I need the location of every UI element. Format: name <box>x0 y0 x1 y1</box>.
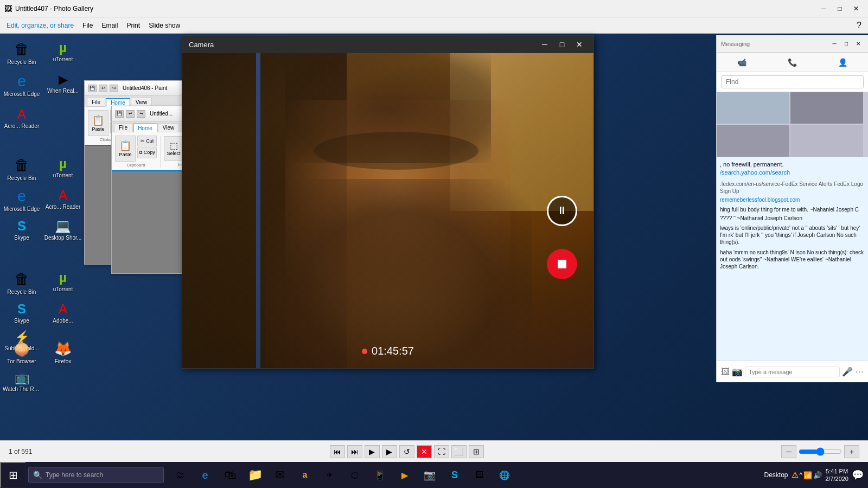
edit-organize-share[interactable]: Edit, organize, or share <box>7 22 74 29</box>
desktop-icon-utorrent-3[interactable]: µ uTorrent <box>43 268 82 297</box>
desktop-icon-adobe-2[interactable]: A Acro... Reader <box>43 185 82 214</box>
print-menu[interactable]: Print <box>126 22 140 29</box>
file-menu[interactable]: File <box>82 22 93 29</box>
desktop-icon-edge-2[interactable]: e Microsoft Edge <box>2 185 41 214</box>
desktop-icon-edge-1[interactable]: e Microsoft Edge <box>2 70 41 99</box>
photo-gallery-titlebar: 🖼 Untitled407 - Photo Gallery ─ □ ✕ <box>0 0 868 17</box>
desktop-icon-recycle-bin-3[interactable]: 🗑 Recycle Bin <box>2 268 41 297</box>
start-button[interactable]: ⊞ <box>0 462 26 488</box>
chat-maximize-btn[interactable]: □ <box>841 40 852 48</box>
chat-video-btn[interactable]: 📹 <box>733 55 751 70</box>
clipboard-label-inner: Clipboard <box>126 163 145 168</box>
desktop-shortcut-label: Desktop Shor... <box>44 235 81 241</box>
taskbar-app1[interactable]: ⬡ <box>343 463 367 487</box>
desktop-icon-utorrent-1[interactable]: µ uTorrent <box>43 38 82 67</box>
desktop-icon-adobe-3[interactable]: A Adobe... <box>43 299 82 326</box>
paint-redo-icon-inner[interactable]: ↪ <box>137 110 145 118</box>
paint-save-icon[interactable]: 💾 <box>88 85 97 92</box>
adobe-label-1: Acro... Reader <box>4 123 39 129</box>
window-btn[interactable]: ⬜ <box>451 445 467 458</box>
taskbar-clock[interactable]: 5:41 PM 2/7/2020 <box>825 467 848 483</box>
taskbar-skype[interactable]: S <box>443 463 467 487</box>
taskbar-app2[interactable]: 📱 <box>368 463 392 487</box>
desktop-icon-watch-red-pill[interactable]: 📺 Watch The Red Pill co... <box>2 369 41 394</box>
chat-close-btn[interactable]: ✕ <box>853 40 864 48</box>
desktop-icons-area: 🗑 Recycle Bin µ uTorrent e Microsoft Edg… <box>0 34 87 462</box>
chat-find-input[interactable] <box>721 75 864 88</box>
desktop-icon-recycle-bin-1[interactable]: 🗑 Recycle Bin <box>2 38 41 67</box>
camera-close-btn[interactable]: ✕ <box>572 38 587 50</box>
zoom-out-btn[interactable]: ─ <box>781 445 796 458</box>
maximize-button[interactable]: □ <box>832 3 847 15</box>
paint-save-icon-inner[interactable]: 💾 <box>115 110 124 118</box>
taskbar-search-input[interactable] <box>46 471 159 479</box>
taskbar-explorer[interactable]: 📁 <box>243 463 267 487</box>
camera-pause-button[interactable]: ⏸ <box>547 196 577 226</box>
taskbar-browser2[interactable]: 🌐 <box>493 463 516 487</box>
chat-minimize-btn[interactable]: ─ <box>829 40 840 48</box>
taskbar-search-box[interactable]: 🔍 <box>28 467 164 483</box>
paint-file-tab-inner[interactable]: File <box>114 123 132 132</box>
camera-maximize-btn[interactable]: □ <box>554 38 570 50</box>
taskbar-store[interactable]: 🛍 <box>218 463 242 487</box>
camera-stop-button[interactable] <box>547 249 577 279</box>
paste-btn-inner[interactable]: 📋 Paste <box>115 136 136 162</box>
help-button[interactable]: ? <box>857 21 861 30</box>
chat-image-icon[interactable]: 📷 <box>732 367 743 377</box>
taskbar-photos[interactable]: 🖼 <box>468 463 492 487</box>
chat-people-btn[interactable]: 👤 <box>834 55 852 70</box>
taskbar-amazon[interactable]: a <box>293 463 317 487</box>
next-photo-btn[interactable]: ▶ <box>382 445 397 458</box>
adobe-label-3: Adobe... <box>53 318 73 324</box>
desktop-icon-skype[interactable]: S Skype <box>2 216 41 243</box>
cut-btn-inner[interactable]: ✂ Cut <box>137 136 157 146</box>
paint-undo-icon-inner[interactable]: ↩ <box>126 110 135 118</box>
chat-more-icon[interactable]: ⋯ <box>855 367 864 377</box>
taskbar-vlc[interactable]: ▶ <box>393 463 417 487</box>
slide-show-btn[interactable]: ▶ <box>365 445 380 458</box>
desktop-icon-utorrent-2[interactable]: µ uTorrent <box>43 154 82 183</box>
taskbar-notification-icon[interactable]: 💬 <box>852 469 864 481</box>
show-panel-btn[interactable]: ⊞ <box>469 445 484 458</box>
desktop-icon-recycle-bin-2[interactable]: 🗑 Recycle Bin <box>2 154 41 183</box>
desktop-icon-tor[interactable]: 🧅 Tor Browser <box>2 338 41 367</box>
taskbar-wifi-icon[interactable]: 📶 <box>803 471 812 479</box>
chat-attach-icon[interactable]: 🖼 <box>721 367 730 377</box>
zoom-slider[interactable] <box>799 447 842 456</box>
taskbar-edge[interactable]: e <box>193 463 217 487</box>
fullscreen-btn[interactable]: ⛶ <box>434 445 449 458</box>
desktop-icon-when-real[interactable]: ▶ When Real... <box>43 70 82 99</box>
chat-message-7: haha 'mmm no such thing9s' N lson No suc… <box>720 249 865 270</box>
taskbar-task-view[interactable]: 🗂 <box>168 463 192 487</box>
desktop-icon-firefox[interactable]: 🦊 Firefox <box>43 338 82 367</box>
paint-file-tab[interactable]: File <box>87 98 105 107</box>
chat-call-btn[interactable]: 📞 <box>784 55 801 70</box>
taskbar-camera[interactable]: 📷 <box>418 463 442 487</box>
taskbar-mail[interactable]: ✉ <box>268 463 292 487</box>
chat-message-input[interactable] <box>745 367 840 377</box>
desktop-icon-desktop-shortcut[interactable]: 💻 Desktop Shor... <box>43 216 82 243</box>
paint-undo-icon[interactable]: ↩ <box>99 85 107 92</box>
select-btn-inner[interactable]: ⬚ Select <box>164 136 183 161</box>
taskbar-volume-icon[interactable]: 🔊 <box>813 471 822 479</box>
chat-mic-icon[interactable]: 🎤 <box>842 367 853 377</box>
first-photo-btn[interactable]: ⏮ <box>330 445 345 458</box>
taskbar-tripadvisor[interactable]: ✈ <box>318 463 342 487</box>
paint-redo-icon[interactable]: ↪ <box>110 85 118 92</box>
prev-photo-btn[interactable]: ⏭ <box>347 445 362 458</box>
desktop-icon-skype-2[interactable]: S Skype <box>2 299 41 326</box>
email-menu[interactable]: Email <box>101 22 118 29</box>
rotate-left-btn[interactable]: ↺ <box>399 445 414 458</box>
close-button[interactable]: ✕ <box>848 3 864 15</box>
delete-photo-btn[interactable]: ✕ <box>417 445 432 458</box>
zoom-in-btn[interactable]: + <box>844 445 859 458</box>
desktop-icon-adobe-1[interactable]: A Acro... Reader <box>2 105 41 131</box>
copy-btn-inner[interactable]: ⧉ Copy <box>137 147 157 158</box>
paint-home-tab-inner[interactable]: Home <box>133 124 157 132</box>
paste-btn-outer[interactable]: 📋 Paste <box>88 110 108 136</box>
paint-view-tab-inner[interactable]: View <box>158 123 180 132</box>
camera-minimize-btn[interactable]: ─ <box>537 38 552 50</box>
slideshow-menu[interactable]: Slide show <box>149 22 180 29</box>
taskbar-expand-tray[interactable]: ^ <box>800 471 803 479</box>
minimize-button[interactable]: ─ <box>816 3 831 15</box>
